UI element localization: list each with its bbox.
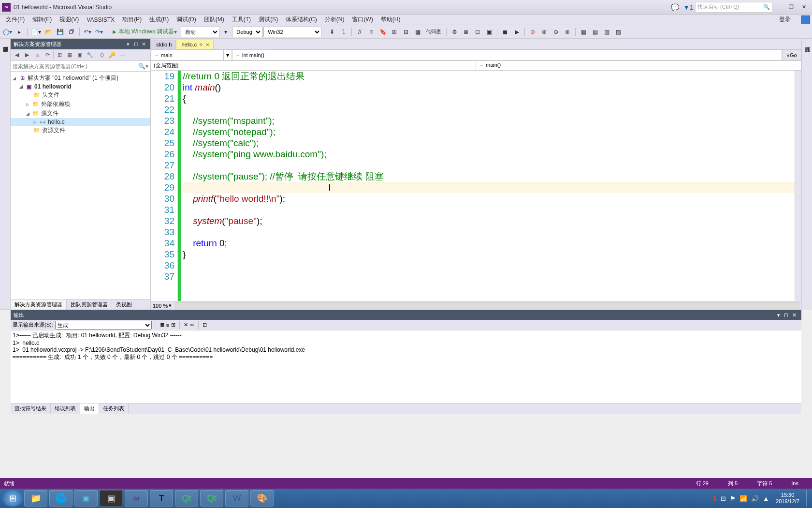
back-button[interactable]: ◯▾ xyxy=(2,27,13,37)
code-map-button[interactable]: 代码图 xyxy=(424,27,444,37)
tray-icon-2[interactable]: ⊡ xyxy=(721,495,726,502)
solution-search-input[interactable] xyxy=(13,63,138,69)
comment-icon[interactable]: // xyxy=(354,27,365,37)
menu-edit[interactable]: 编辑(E) xyxy=(29,15,56,25)
scope-global[interactable]: (全局范围) xyxy=(151,61,476,70)
code-editor[interactable]: 19202122232425262728293031323334353637 /… xyxy=(151,71,801,301)
menu-help[interactable]: 帮助(H) xyxy=(377,15,405,25)
tab-find-results[interactable]: 查找符号结果 xyxy=(11,403,51,414)
nav-dropdown-icon[interactable]: ▾ xyxy=(223,49,232,60)
vertical-scrollbar[interactable] xyxy=(795,71,801,301)
config-auto-select[interactable]: 自动 xyxy=(181,27,219,37)
step-into-icon[interactable]: ⬇ xyxy=(327,27,337,37)
maximize-button[interactable]: ❐ xyxy=(785,2,798,13)
sln-props-icon[interactable]: 🔧 xyxy=(86,51,94,60)
panel-close-icon[interactable]: ✕ xyxy=(792,312,797,318)
tb-ex5[interactable]: ◼ xyxy=(500,27,510,37)
taskbar-clock[interactable]: 15:30 2019/12/7 xyxy=(773,492,802,505)
config-btn[interactable]: ▾ xyxy=(220,27,231,37)
headers-folder[interactable]: 📁头文件 xyxy=(11,90,150,100)
tb-misc3[interactable]: ▦ xyxy=(412,27,423,37)
tb-ex13[interactable]: ▥ xyxy=(601,27,612,37)
task-app1[interactable]: ◉ xyxy=(74,490,98,507)
tb-ex7[interactable]: ⊘ xyxy=(527,27,538,37)
tab-solution-explorer[interactable]: 解决方案资源管理器 xyxy=(11,299,67,310)
panel-pin-icon[interactable]: ⊓ xyxy=(784,312,788,318)
tb-ex14[interactable]: ▧ xyxy=(613,27,624,37)
output-clear-icon[interactable]: ✕ xyxy=(184,322,188,328)
output-content[interactable]: 1>------ 已启动生成: 项目: 01 helloworld, 配置: D… xyxy=(11,330,801,403)
menu-team[interactable]: 团队(M) xyxy=(200,15,228,25)
tab-team-explorer[interactable]: 团队资源管理器 xyxy=(67,299,112,310)
tab-task-list[interactable]: 任务列表 xyxy=(99,403,129,414)
tab-class-view[interactable]: 类视图 xyxy=(112,299,136,310)
sln-home-icon[interactable]: ⌂ xyxy=(33,51,42,60)
open-button[interactable]: 📂 xyxy=(43,27,54,37)
nav-scope-select[interactable]: →main xyxy=(151,49,223,60)
sln-forward-icon[interactable]: ▶ xyxy=(23,51,31,60)
task-word[interactable]: W xyxy=(225,490,248,507)
config-debug-select[interactable]: Debug xyxy=(232,27,262,37)
tb-ex6[interactable]: ▶ xyxy=(511,27,522,37)
task-qt2[interactable]: Qt xyxy=(200,490,223,507)
task-qt1[interactable]: Qt xyxy=(175,490,198,507)
tb-ex4[interactable]: ▣ xyxy=(484,27,494,37)
menu-build[interactable]: 生成(B) xyxy=(145,15,173,25)
output-wrap-icon[interactable]: ⏎ xyxy=(190,322,194,328)
undo-button[interactable]: ↶▾ xyxy=(82,27,93,37)
new-project-button[interactable]: 📄▾ xyxy=(30,27,42,37)
start-button[interactable]: ⊞ xyxy=(2,490,23,507)
tb-ex3[interactable]: ⊡ xyxy=(472,27,483,37)
minimize-button[interactable]: — xyxy=(772,2,785,13)
output-tb4[interactable]: ⊡ xyxy=(203,322,207,328)
task-vs[interactable]: ∞ xyxy=(125,490,148,507)
sln-collapse-icon[interactable]: ▣ xyxy=(75,51,84,60)
sln-key-icon[interactable]: 🔑 xyxy=(108,51,116,60)
sln-view-icon[interactable]: ⟨⟩ xyxy=(98,51,106,60)
hello-c-file[interactable]: ▷++hello.c xyxy=(11,118,150,126)
save-button[interactable]: 💾 xyxy=(55,27,65,37)
scope-function[interactable]: →main() xyxy=(476,61,801,70)
config-platform-select[interactable]: Win32 xyxy=(263,27,321,37)
sln-back-icon[interactable]: ◀ xyxy=(13,51,21,60)
show-desktop-button[interactable] xyxy=(806,490,810,507)
solution-root[interactable]: ◢⊞解决方案 "01 helloworld" (1 个项目) xyxy=(11,74,150,83)
output-tb2[interactable]: ≡ xyxy=(166,322,169,328)
save-all-button[interactable]: 🗇 xyxy=(66,27,77,37)
sln-sync-icon[interactable]: ⟳ xyxy=(43,51,52,60)
output-tb3[interactable]: ⊞ xyxy=(171,322,175,328)
properties-tab[interactable]: 属性 xyxy=(803,39,812,310)
tray-icon-1[interactable]: S xyxy=(713,495,717,502)
task-explorer[interactable]: 📁 xyxy=(24,490,47,507)
output-tb1[interactable]: ≣ xyxy=(160,322,164,328)
notification-flag-icon[interactable]: ▼1 xyxy=(683,2,694,13)
sln-refresh-icon[interactable]: ⊞ xyxy=(55,51,64,60)
menu-debug[interactable]: 调试(D) xyxy=(173,15,200,25)
menu-test[interactable]: 测试(S) xyxy=(255,15,282,25)
go-button[interactable]: ●Go xyxy=(782,49,801,60)
task-terminal[interactable]: ▣ xyxy=(100,490,123,507)
menu-tools[interactable]: 工具(T) xyxy=(228,15,255,25)
tb-misc1[interactable]: ⊞ xyxy=(389,27,400,37)
tb-ex12[interactable]: ▤ xyxy=(590,27,600,37)
sln-showall-icon[interactable]: ▦ xyxy=(65,51,74,60)
tab-error-list[interactable]: 错误列表 xyxy=(51,403,80,414)
tab-hello-c[interactable]: hello.c⊕✕ xyxy=(176,40,214,49)
resources-folder[interactable]: 📁资源文件 xyxy=(11,126,150,135)
tb-ex11[interactable]: ▦ xyxy=(578,27,589,37)
sln-ext-icon[interactable]: — xyxy=(118,51,127,60)
start-debug-button[interactable]: 本地 Windows 调试器 ▾ xyxy=(110,28,180,36)
horizontal-scrollbar[interactable] xyxy=(175,302,799,309)
bookmark-icon[interactable]: 🔖 xyxy=(377,27,388,37)
tb-ex1[interactable]: ⚙ xyxy=(449,27,460,37)
redo-button[interactable]: ↷▾ xyxy=(94,27,104,37)
panel-pin-icon[interactable]: ⊓ xyxy=(132,41,140,47)
zoom-level[interactable]: 100 % xyxy=(153,303,168,309)
menu-analyze[interactable]: 分析(N) xyxy=(321,15,348,25)
menu-vassistx[interactable]: VASSISTX xyxy=(83,15,118,24)
menu-view[interactable]: 视图(V) xyxy=(56,15,83,25)
tray-volume-icon[interactable]: 🔊 xyxy=(751,495,759,502)
panel-close-icon[interactable]: ✕ xyxy=(140,41,147,47)
menu-file[interactable]: 文件(F) xyxy=(2,15,29,25)
task-text[interactable]: T xyxy=(150,490,173,507)
